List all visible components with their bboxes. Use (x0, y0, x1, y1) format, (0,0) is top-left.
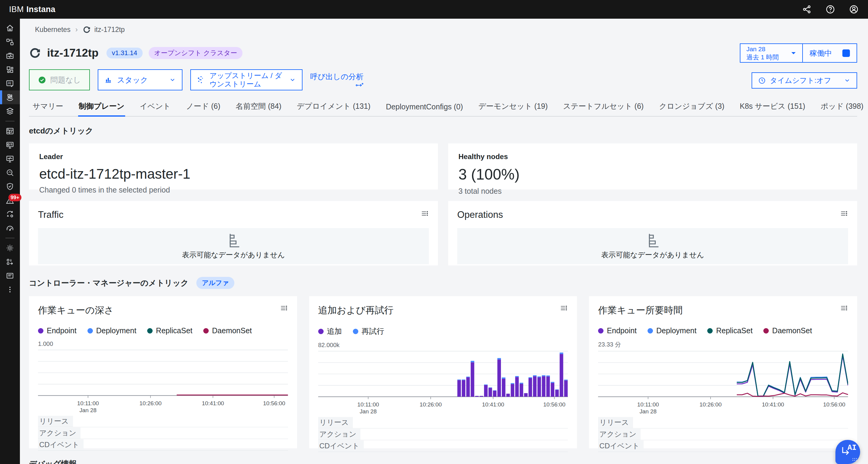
sidebar: AI99+ (0, 19, 20, 464)
event-lane-row[interactable]: リリース (598, 417, 848, 428)
tab--84-[interactable]: 名前空間 (84) (235, 99, 282, 116)
sidebar-item-more[interactable] (0, 283, 20, 296)
tab--6-[interactable]: ステートフルセット (6) (562, 99, 644, 116)
y-axis-top-label: 1.000 (38, 340, 288, 347)
tab-k8s-151-[interactable]: K8s サービス (151) (739, 99, 806, 116)
sidebar-item-services[interactable] (0, 63, 20, 76)
event-lane-row[interactable]: リリース (38, 416, 288, 427)
sidebar-item-websites[interactable] (0, 35, 20, 49)
card-menu-icon[interactable] (559, 304, 568, 312)
sidebar-item-applications[interactable] (0, 49, 20, 63)
sidebar-item-getting-started[interactable] (0, 255, 20, 269)
leader-value: etcd-itz-1712tp-master-1 (39, 166, 428, 182)
clock-icon (758, 77, 766, 85)
upstream-downstream-button[interactable]: アップストリーム / ダウンストリーム (190, 69, 303, 90)
healthy-nodes-card: Healthy nodes 3 (100%) 3 total nodes (448, 143, 857, 190)
analyze-calls-link[interactable]: 呼び出しの分析 (310, 72, 364, 88)
home-icon (5, 24, 14, 33)
chevron-down-icon (844, 77, 850, 84)
sidebar-item-service-levels[interactable] (0, 221, 20, 235)
card-menu-icon[interactable] (280, 304, 288, 312)
no-data-chart-icon (644, 233, 662, 248)
chart-plot[interactable]: 10:11:00Jan 2810:26:0010:41:0010:56:00 (38, 347, 288, 413)
sidebar-item-alerts[interactable]: 99+ (0, 193, 20, 207)
sidebar-item-settings[interactable] (0, 241, 20, 255)
event-lane-row[interactable]: CDイベント (38, 439, 288, 451)
legend-item[interactable]: Endpoint (38, 326, 76, 335)
ai-dots-icon (852, 458, 858, 461)
legend-item[interactable]: 再試行 (353, 326, 384, 336)
time-range-picker[interactable]: Jan 28 過去 1 時間 (740, 43, 803, 63)
svg-text:10:26:00: 10:26:00 (420, 401, 442, 408)
svg-text:10:26:00: 10:26:00 (140, 400, 162, 406)
alert-count-badge: 99+ (8, 194, 22, 201)
legend-item[interactable]: Deployment (648, 326, 696, 335)
legend-item[interactable]: ReplicaSet (147, 326, 192, 335)
event-lane-row[interactable]: アクション (318, 428, 568, 440)
card-menu-icon[interactable] (840, 209, 848, 218)
services-icon (5, 65, 14, 74)
chart-plot[interactable]: 10:11:00Jan 2810:26:0010:41:0010:56:00 (598, 349, 848, 414)
time-range-window: 過去 1 時間 (746, 53, 779, 61)
ai-box-icon: AI (5, 79, 14, 88)
ai-assistant-button[interactable]: AI (835, 440, 860, 464)
no-data-chart-icon (224, 233, 243, 248)
card-menu-icon[interactable] (421, 209, 429, 218)
sidebar-item-dashboards[interactable] (0, 124, 20, 138)
share-icon[interactable] (802, 4, 812, 14)
tab-summary[interactable]: サマリー (32, 99, 64, 116)
tab--19-[interactable]: デーモンセット (19) (478, 99, 548, 116)
legend-swatch-icon (707, 328, 713, 334)
legend-swatch-icon (203, 328, 209, 334)
live-toggle-button[interactable]: 稼働中 (803, 43, 857, 63)
event-lane-row[interactable]: アクション (38, 427, 288, 439)
page-body: etcdのメトリック Leader etcd-itz-1712tp-master… (29, 117, 857, 464)
health-status-button[interactable]: 問題なし (29, 69, 90, 90)
breadcrumb-kubernetes[interactable]: Kubernetes (35, 26, 70, 34)
healthy-nodes-label: Healthy nodes (459, 153, 847, 161)
tab--131-[interactable]: デプロイメント (131) (296, 99, 371, 116)
sidebar-item-synthetic-monitoring[interactable] (0, 138, 20, 152)
sidebar-item-home[interactable] (0, 21, 20, 35)
help-icon[interactable] (825, 4, 835, 14)
legend-item[interactable]: DaemonSet (203, 326, 252, 335)
event-lane-row[interactable]: リリース (318, 417, 568, 428)
user-icon[interactable] (849, 4, 859, 14)
tab--3-[interactable]: クロンジョブズ (3) (658, 99, 725, 116)
legend-item[interactable]: ReplicaSet (707, 326, 752, 335)
sidebar-item-automation[interactable] (0, 207, 20, 221)
leader-label: Leader (39, 153, 428, 161)
event-lanes: リリースアクションCDイベント (598, 417, 848, 452)
event-lane-row[interactable]: CDイベント (598, 440, 848, 452)
card-menu-icon[interactable] (840, 304, 848, 312)
controller-charts-row: 作業キューの深さ EndpointDeploymentReplicaSetDae… (29, 296, 857, 448)
legend-item[interactable]: Endpoint (598, 326, 637, 335)
tab-deploymentconfigs-0-[interactable]: DeploymentConfigs (0) (385, 100, 464, 116)
chart-plot[interactable]: 10:11:00Jan 2810:26:0010:41:0010:56:00 (318, 349, 568, 414)
sidebar-item-ai-insights[interactable]: AI (0, 76, 20, 90)
stack-dropdown-button[interactable]: スタック (98, 69, 182, 90)
legend-item[interactable]: 追加 (318, 326, 342, 336)
svg-text:10:56:00: 10:56:00 (824, 401, 846, 408)
onboarding-icon (5, 257, 14, 266)
shield-check-icon (5, 182, 14, 191)
legend-item[interactable]: DaemonSet (763, 326, 812, 335)
legend-swatch-icon (648, 328, 653, 334)
traffic-panel: Traffic 表示可能なデータがありません (29, 201, 438, 265)
event-lane-row[interactable]: CDイベント (318, 440, 568, 452)
sidebar-item-security[interactable] (0, 179, 20, 193)
sidebar-item-platforms[interactable] (0, 90, 20, 104)
event-lane-row[interactable]: アクション (598, 428, 848, 440)
debug-section-heading: デバッグ情報 (29, 459, 857, 464)
sidebar-item-release-notes[interactable] (0, 269, 20, 283)
tab--[interactable]: イベント (140, 99, 171, 116)
timeshift-button[interactable]: タイムシフト:オフ (752, 72, 857, 89)
sidebar-item-infrastructure[interactable] (0, 104, 20, 118)
tab--398-[interactable]: ポッド (398) (820, 99, 864, 116)
sidebar-item-website-monitoring[interactable] (0, 152, 20, 166)
legend-item[interactable]: Deployment (88, 326, 136, 335)
tab--6-[interactable]: ノード (6) (185, 99, 221, 116)
sidebar-item-analytics[interactable] (0, 166, 20, 179)
etcd-section-heading: etcdのメトリック (29, 126, 857, 136)
tab--[interactable]: 制御プレーン (78, 99, 125, 117)
